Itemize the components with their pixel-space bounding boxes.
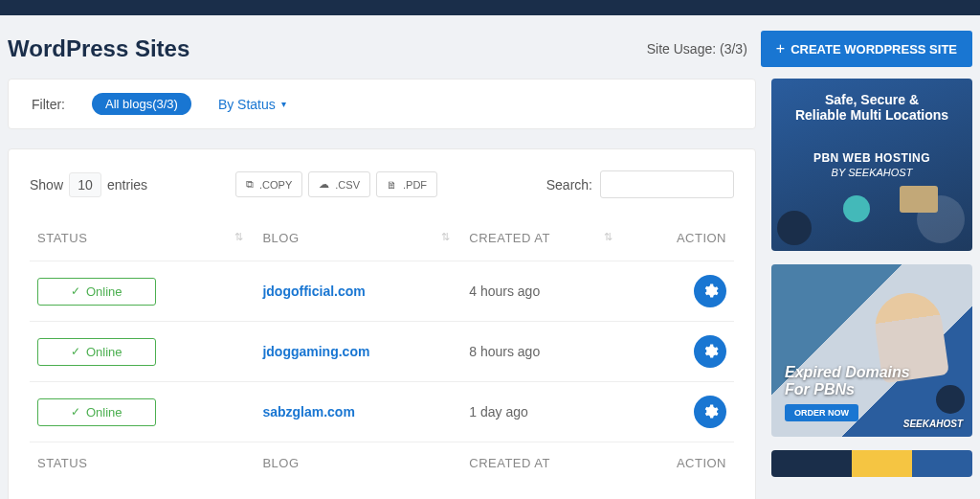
filter-label: Filter: (32, 97, 65, 112)
show-label: Show (30, 177, 63, 193)
plus-icon: + (776, 40, 785, 57)
table-row: ✓Online jdogofficial.com 4 hours ago (30, 261, 734, 322)
gear-icon (702, 343, 719, 360)
ad1-title: PBN WEB HOSTING (785, 151, 959, 165)
entries-per-page-input[interactable] (69, 172, 101, 197)
sidebar-ad-pbn-hosting[interactable]: Safe, Secure & Reliable Multi Locations … (771, 79, 972, 251)
check-icon: ✓ (71, 345, 80, 358)
table-controls-row: Show entries .COPY .CSV .PDF Search: (30, 170, 734, 198)
blog-link[interactable]: sabzglam.com (262, 404, 354, 420)
col-footer-created: CREATED AT (461, 442, 624, 485)
ad1-headline: Safe, Secure & Reliable Multi Locations (785, 92, 959, 123)
ad2-logo: SEEKAHOST (903, 419, 963, 429)
settings-button[interactable] (694, 335, 726, 368)
settings-button[interactable] (694, 275, 726, 307)
mascot-icon (936, 385, 965, 414)
created-at-text: 4 hours ago (469, 284, 540, 299)
pdf-icon (387, 179, 399, 191)
site-usage-text: Site Usage: (3/3) (647, 41, 747, 57)
status-badge: ✓Online (37, 278, 156, 306)
create-wordpress-site-button[interactable]: + CREATE WORDPRESS SITE (761, 31, 972, 67)
page-title: WordPress Sites (8, 35, 189, 62)
check-icon: ✓ (71, 284, 80, 298)
ad2-order-button[interactable]: ORDER NOW (785, 404, 858, 421)
col-footer-status: STATUS (30, 442, 255, 485)
blog-link[interactable]: jdoggaming.com (262, 344, 369, 359)
col-footer-blog: BLOG (255, 442, 461, 485)
gear-icon (702, 283, 719, 300)
export-copy-button[interactable]: .COPY (235, 171, 302, 197)
status-badge: ✓Online (37, 398, 156, 426)
export-pdf-button[interactable]: .PDF (376, 171, 437, 197)
ad2-headline: Expired Domains For PBNs (785, 364, 910, 398)
filter-bar: Filter: All blogs(3/3) By Status (8, 79, 756, 129)
settings-button[interactable] (694, 396, 726, 428)
sidebar-ad-strip[interactable] (771, 450, 972, 477)
search-label: Search: (546, 177, 592, 193)
created-at-text: 8 hours ago (469, 344, 540, 359)
csv-icon (319, 178, 331, 191)
blog-link[interactable]: jdogofficial.com (262, 284, 365, 299)
table-row: ✓Online sabzglam.com 1 day ago (30, 382, 734, 442)
copy-icon (246, 178, 256, 191)
sites-table-card: Show entries .COPY .CSV .PDF Search: (8, 148, 756, 499)
mascot-icon (777, 211, 812, 245)
col-footer-action: ACTION (624, 442, 734, 485)
check-icon: ✓ (71, 405, 80, 419)
top-nav-bar (0, 0, 980, 15)
col-header-action: ACTION (624, 221, 734, 261)
export-csv-button[interactable]: .CSV (308, 171, 370, 197)
col-header-blog[interactable]: BLOG (255, 221, 461, 261)
ad-decoration (843, 195, 870, 222)
search-input[interactable] (600, 170, 734, 198)
table-row: ✓Online jdoggaming.com 8 hours ago (30, 322, 734, 382)
laptop-illustration (900, 186, 938, 213)
col-header-status[interactable]: STATUS (30, 221, 255, 261)
gear-icon (702, 403, 719, 420)
filter-by-status-dropdown[interactable]: By Status (218, 97, 286, 112)
status-badge: ✓Online (37, 338, 156, 366)
created-at-text: 1 day ago (469, 404, 528, 420)
col-header-created[interactable]: CREATED AT (461, 221, 624, 261)
page-header: WordPress Sites Site Usage: (3/3) + CREA… (8, 15, 972, 79)
filter-all-blogs[interactable]: All blogs(3/3) (92, 93, 191, 115)
sidebar-ad-expired-domains[interactable]: Expired Domains For PBNs ORDER NOW SEEKA… (771, 264, 972, 437)
create-button-label: CREATE WORDPRESS SITE (791, 42, 957, 57)
ad1-brand: BY SEEKAHOST (785, 167, 959, 178)
sites-table: STATUS BLOG CREATED AT ACTION ✓Online jd… (30, 221, 734, 484)
entries-label: entries (107, 177, 147, 193)
